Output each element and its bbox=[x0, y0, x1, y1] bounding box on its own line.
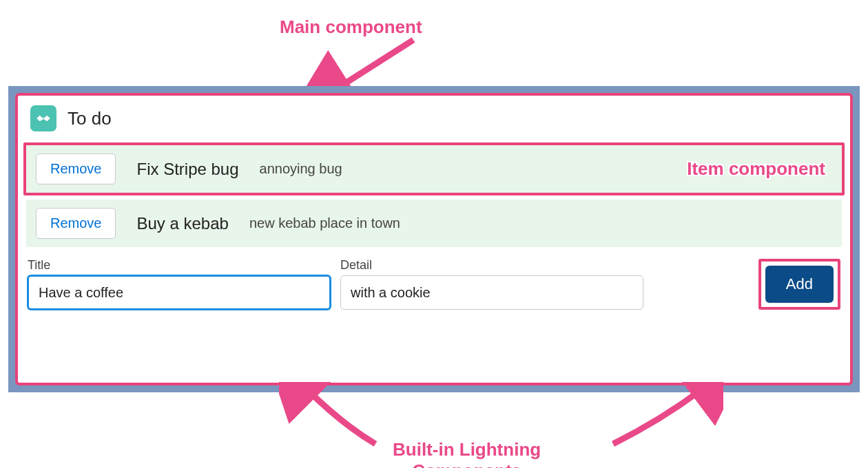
detail-label: Detail bbox=[340, 258, 643, 273]
remove-button[interactable]: Remove bbox=[36, 208, 116, 239]
annotation-item-component: Item component bbox=[687, 158, 832, 180]
todo-item: Remove Buy a kebab new kebab place in to… bbox=[26, 200, 842, 247]
background-frame: To do Remove Fix Stripe bug annoying bug… bbox=[8, 86, 860, 392]
detail-field-group: Detail bbox=[340, 258, 643, 310]
card-title: To do bbox=[68, 108, 112, 129]
arrow-builtin-left bbox=[279, 382, 403, 451]
todo-item: Remove Fix Stripe bug annoying bug Item … bbox=[23, 142, 845, 195]
card-header: To do bbox=[18, 96, 850, 140]
arrow-builtin-right bbox=[599, 382, 723, 451]
remove-button[interactable]: Remove bbox=[36, 153, 116, 184]
item-title: Fix Stripe bug bbox=[136, 160, 238, 179]
detail-input[interactable] bbox=[340, 275, 643, 310]
title-label: Title bbox=[28, 258, 331, 273]
item-title: Buy a kebab bbox=[136, 214, 228, 233]
item-detail: new kebab place in town bbox=[249, 215, 400, 231]
title-field-group: Title bbox=[28, 258, 331, 310]
form-row: Title Detail Add bbox=[18, 251, 850, 322]
add-button-highlight: Add bbox=[758, 259, 840, 310]
title-input[interactable] bbox=[28, 275, 331, 310]
handshake-icon bbox=[30, 105, 56, 131]
main-component-card: To do Remove Fix Stripe bug annoying bug… bbox=[15, 93, 853, 385]
annotation-builtin-components: Built-in Lightning Components bbox=[393, 439, 541, 468]
add-button[interactable]: Add bbox=[765, 266, 834, 303]
item-detail: annoying bug bbox=[260, 161, 342, 177]
